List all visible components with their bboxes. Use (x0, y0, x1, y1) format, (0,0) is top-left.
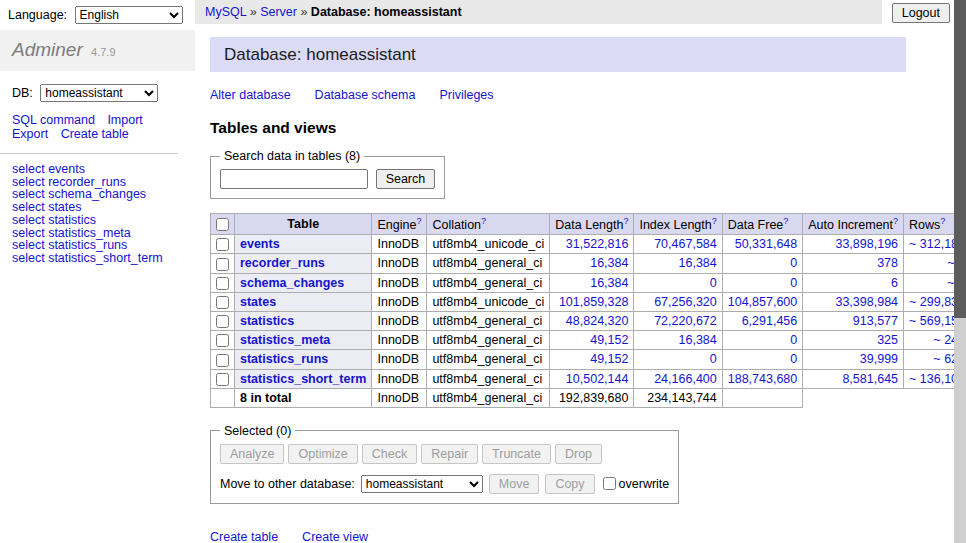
language-select[interactable]: English (75, 6, 183, 24)
selected-action-repair[interactable]: Repair (421, 444, 478, 464)
index-length-link[interactable]: 16,384 (679, 256, 717, 270)
select-all-checkbox[interactable] (216, 218, 229, 231)
data-length-link[interactable]: 49,152 (590, 333, 628, 347)
scrollbar-thumb[interactable] (954, 0, 966, 318)
auto-increment-cell: 325 (803, 331, 904, 350)
copy-button[interactable]: Copy (545, 474, 594, 494)
index-length-cell: 70,467,584 (634, 235, 722, 254)
table-name-link-events[interactable]: events (240, 237, 280, 251)
vertical-scrollbar[interactable] (954, 0, 966, 543)
data-length-link[interactable]: 16,384 (590, 256, 628, 270)
data-length-cell: 10,502,144 (550, 369, 634, 388)
row-checkbox[interactable] (216, 334, 229, 347)
table-name-link-schema-changes[interactable]: schema_changes (240, 276, 344, 290)
row-checkbox[interactable] (216, 238, 229, 251)
data-free-link[interactable]: 188,743,680 (728, 372, 798, 386)
db-select[interactable]: homeassistant (40, 84, 158, 102)
sidebar-action-export[interactable]: Export (12, 127, 48, 141)
data-free-link[interactable]: 0 (790, 333, 797, 347)
selected-action-optimize[interactable]: Optimize (288, 444, 357, 464)
sidebar-action-sql-command[interactable]: SQL command (12, 113, 95, 127)
search-button[interactable]: Search (376, 169, 436, 189)
index-length-link[interactable]: 70,467,584 (654, 237, 717, 251)
create-link-create-view[interactable]: Create view (302, 530, 368, 543)
data-length-cell: 31,522,816 (550, 235, 634, 254)
data-free-link[interactable]: 0 (790, 276, 797, 290)
column-header-data-length: Data Length? (550, 214, 634, 235)
auto-increment-cell: 378 (803, 254, 904, 273)
index-length-link[interactable]: 72,220,672 (654, 314, 717, 328)
index-length-link[interactable]: 0 (710, 352, 717, 366)
data-free-link[interactable]: 6,291,456 (742, 314, 798, 328)
row-checkbox[interactable] (216, 258, 229, 271)
column-header-data-free: Data Free? (722, 214, 803, 235)
search-input[interactable] (220, 169, 368, 189)
database-link-database-schema[interactable]: Database schema (315, 88, 416, 102)
table-name-link-statistics[interactable]: statistics (240, 314, 294, 328)
create-link-create-table[interactable]: Create table (210, 530, 278, 543)
overwrite-checkbox[interactable] (603, 477, 616, 490)
row-checkbox[interactable] (216, 296, 229, 309)
column-help-link[interactable]: ? (416, 216, 421, 226)
data-length-link[interactable]: 16,384 (590, 276, 628, 290)
auto-increment-link[interactable]: 33,398,984 (835, 295, 898, 309)
index-length-cell: 0 (634, 350, 722, 369)
row-checkbox[interactable] (216, 277, 229, 290)
column-help-link[interactable]: ? (481, 216, 486, 226)
breadcrumb-link-mysql[interactable]: MySQL (205, 5, 246, 19)
table-name-link-statistics-short-term[interactable]: statistics_short_term (240, 372, 366, 386)
data-length-link[interactable]: 48,824,320 (566, 314, 629, 328)
auto-increment-link[interactable]: 913,577 (853, 314, 898, 328)
column-help-link[interactable]: ? (712, 216, 717, 226)
row-select-cell (211, 369, 235, 388)
auto-increment-link[interactable]: 325 (877, 333, 898, 347)
index-length-link[interactable]: 0 (710, 276, 717, 290)
engine-cell: InnoDB (372, 273, 427, 292)
column-help-link[interactable]: ? (940, 216, 945, 226)
table-row: statistics_metaInnoDButf8mb4_general_ci4… (211, 331, 966, 350)
index-length-link[interactable]: 16,384 (679, 333, 717, 347)
data-length-link[interactable]: 10,502,144 (566, 372, 629, 386)
auto-increment-link[interactable]: 39,999 (860, 352, 898, 366)
column-help-link[interactable]: ? (623, 216, 628, 226)
data-length-link[interactable]: 31,522,816 (566, 237, 629, 251)
row-checkbox[interactable] (216, 354, 229, 367)
table-name-link-states[interactable]: states (240, 295, 276, 309)
breadcrumb-link-server[interactable]: Server (260, 5, 297, 19)
index-length-link[interactable]: 67,256,320 (654, 295, 717, 309)
table-name-link-statistics-meta[interactable]: statistics_meta (240, 333, 330, 347)
total-check-cell (211, 388, 235, 407)
logout-button[interactable]: Logout (892, 3, 950, 23)
table-name-link-recorder-runs[interactable]: recorder_runs (240, 256, 325, 270)
total-row: 8 in total InnoDB utf8mb4_general_ci 192… (211, 388, 966, 407)
sidebar-table-link-select-statistics-short-term[interactable]: select statistics_short_term (12, 251, 163, 265)
data-length-link[interactable]: 101,859,328 (559, 295, 629, 309)
sidebar-action-import[interactable]: Import (107, 113, 142, 127)
data-length-link[interactable]: 49,152 (590, 352, 628, 366)
data-free-link[interactable]: 0 (790, 352, 797, 366)
auto-increment-link[interactable]: 33,898,196 (835, 237, 898, 251)
data-length-cell: 16,384 (550, 273, 634, 292)
auto-increment-link[interactable]: 8,581,645 (842, 372, 898, 386)
data-free-link[interactable]: 0 (790, 256, 797, 270)
sidebar-action-create-table[interactable]: Create table (61, 127, 129, 141)
selected-action-check[interactable]: Check (362, 444, 417, 464)
auto-increment-link[interactable]: 6 (891, 276, 898, 290)
database-link-privileges[interactable]: Privileges (439, 88, 493, 102)
selected-action-drop[interactable]: Drop (555, 444, 602, 464)
database-link-alter-database[interactable]: Alter database (210, 88, 291, 102)
row-checkbox[interactable] (216, 373, 229, 386)
selected-action-truncate[interactable]: Truncate (482, 444, 551, 464)
index-length-cell: 16,384 (634, 254, 722, 273)
selected-action-analyze[interactable]: Analyze (220, 444, 284, 464)
auto-increment-link[interactable]: 378 (877, 256, 898, 270)
move-db-select[interactable]: homeassistant (361, 475, 483, 493)
data-free-link[interactable]: 104,857,600 (728, 295, 798, 309)
row-checkbox[interactable] (216, 315, 229, 328)
move-button[interactable]: Move (489, 474, 540, 494)
table-name-link-statistics-runs[interactable]: statistics_runs (240, 352, 328, 366)
column-help-link[interactable]: ? (893, 216, 898, 226)
data-free-link[interactable]: 50,331,648 (735, 237, 798, 251)
column-help-link[interactable]: ? (783, 216, 788, 226)
index-length-link[interactable]: 24,166,400 (654, 372, 717, 386)
